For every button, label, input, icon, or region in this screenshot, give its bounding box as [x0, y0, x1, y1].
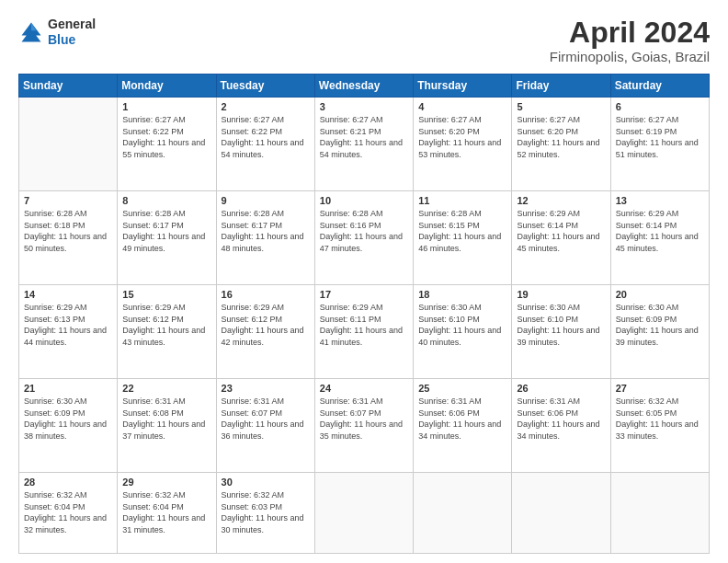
- calendar-cell: 29Sunrise: 6:32 AMSunset: 6:04 PMDayligh…: [118, 472, 216, 553]
- day-number: 15: [122, 289, 210, 300]
- header: General Blue April 2024 Firminopolis, Go…: [18, 17, 710, 64]
- weekday-header: Sunday: [19, 75, 118, 98]
- calendar-cell: 4Sunrise: 6:27 AMSunset: 6:20 PMDaylight…: [414, 98, 512, 191]
- day-number: 9: [222, 195, 310, 206]
- day-info: Sunrise: 6:31 AMSunset: 6:06 PMDaylight:…: [418, 396, 506, 442]
- calendar-cell: 21Sunrise: 6:30 AMSunset: 6:09 PMDayligh…: [19, 379, 118, 473]
- calendar-cell: 14Sunrise: 6:29 AMSunset: 6:13 PMDayligh…: [19, 285, 118, 379]
- day-info: Sunrise: 6:32 AMSunset: 6:04 PMDaylight:…: [24, 489, 112, 535]
- calendar-cell: 30Sunrise: 6:32 AMSunset: 6:03 PMDayligh…: [216, 472, 314, 553]
- calendar-cell: [610, 472, 709, 553]
- day-number: 8: [122, 195, 210, 206]
- day-number: 16: [222, 289, 310, 300]
- calendar-cell: 17Sunrise: 6:29 AMSunset: 6:11 PMDayligh…: [314, 285, 413, 379]
- calendar-cell: 22Sunrise: 6:31 AMSunset: 6:08 PMDayligh…: [118, 379, 216, 473]
- day-number: 24: [320, 383, 408, 394]
- day-info: Sunrise: 6:27 AMSunset: 6:21 PMDaylight:…: [320, 114, 408, 160]
- calendar-cell: 15Sunrise: 6:29 AMSunset: 6:12 PMDayligh…: [118, 285, 216, 379]
- page: General Blue April 2024 Firminopolis, Go…: [0, 0, 728, 563]
- weekday-header: Friday: [512, 75, 610, 98]
- day-info: Sunrise: 6:30 AMSunset: 6:10 PMDaylight:…: [517, 302, 605, 348]
- calendar-cell: 27Sunrise: 6:32 AMSunset: 6:05 PMDayligh…: [610, 379, 709, 473]
- day-number: 12: [517, 195, 605, 206]
- day-info: Sunrise: 6:28 AMSunset: 6:15 PMDaylight:…: [418, 208, 506, 254]
- day-number: 29: [122, 477, 210, 488]
- day-number: 6: [616, 101, 704, 112]
- weekday-header: Wednesday: [314, 75, 413, 98]
- day-number: 23: [222, 383, 310, 394]
- calendar-cell: 6Sunrise: 6:27 AMSunset: 6:19 PMDaylight…: [610, 98, 709, 191]
- day-info: Sunrise: 6:28 AMSunset: 6:16 PMDaylight:…: [320, 208, 408, 254]
- day-number: 14: [24, 289, 112, 300]
- logo-icon: [18, 19, 44, 45]
- day-number: 27: [616, 383, 704, 394]
- calendar-cell: 23Sunrise: 6:31 AMSunset: 6:07 PMDayligh…: [216, 379, 314, 473]
- calendar-cell: 18Sunrise: 6:30 AMSunset: 6:10 PMDayligh…: [414, 285, 512, 379]
- day-info: Sunrise: 6:30 AMSunset: 6:09 PMDaylight:…: [616, 302, 704, 348]
- calendar-cell: 12Sunrise: 6:29 AMSunset: 6:14 PMDayligh…: [512, 191, 610, 285]
- calendar-cell: 25Sunrise: 6:31 AMSunset: 6:06 PMDayligh…: [414, 379, 512, 473]
- day-info: Sunrise: 6:28 AMSunset: 6:17 PMDaylight:…: [122, 208, 210, 254]
- day-info: Sunrise: 6:27 AMSunset: 6:22 PMDaylight:…: [122, 114, 210, 160]
- calendar-cell: [512, 472, 610, 553]
- day-number: 10: [320, 195, 408, 206]
- calendar-cell: 2Sunrise: 6:27 AMSunset: 6:22 PMDaylight…: [216, 98, 314, 191]
- calendar-cell: [414, 472, 512, 553]
- calendar-cell: 24Sunrise: 6:31 AMSunset: 6:07 PMDayligh…: [314, 379, 413, 473]
- title-block: April 2024 Firminopolis, Goias, Brazil: [550, 17, 710, 64]
- calendar-cell: 26Sunrise: 6:31 AMSunset: 6:06 PMDayligh…: [512, 379, 610, 473]
- calendar-cell: 3Sunrise: 6:27 AMSunset: 6:21 PMDaylight…: [314, 98, 413, 191]
- calendar-cell: 5Sunrise: 6:27 AMSunset: 6:20 PMDaylight…: [512, 98, 610, 191]
- day-number: 2: [222, 101, 310, 112]
- day-number: 21: [24, 383, 112, 394]
- day-number: 1: [122, 101, 210, 112]
- calendar-cell: 16Sunrise: 6:29 AMSunset: 6:12 PMDayligh…: [216, 285, 314, 379]
- day-info: Sunrise: 6:31 AMSunset: 6:06 PMDaylight:…: [517, 396, 605, 442]
- weekday-header: Monday: [118, 75, 216, 98]
- day-info: Sunrise: 6:32 AMSunset: 6:03 PMDaylight:…: [222, 489, 310, 535]
- day-info: Sunrise: 6:29 AMSunset: 6:11 PMDaylight:…: [320, 302, 408, 348]
- day-info: Sunrise: 6:31 AMSunset: 6:07 PMDaylight:…: [222, 396, 310, 442]
- calendar-cell: 20Sunrise: 6:30 AMSunset: 6:09 PMDayligh…: [610, 285, 709, 379]
- calendar-cell: 9Sunrise: 6:28 AMSunset: 6:17 PMDaylight…: [216, 191, 314, 285]
- day-info: Sunrise: 6:29 AMSunset: 6:12 PMDaylight:…: [222, 302, 310, 348]
- day-number: 22: [122, 383, 210, 394]
- weekday-header: Tuesday: [216, 75, 314, 98]
- day-number: 25: [418, 383, 506, 394]
- day-number: 26: [517, 383, 605, 394]
- location: Firminopolis, Goias, Brazil: [550, 49, 710, 64]
- calendar-cell: 11Sunrise: 6:28 AMSunset: 6:15 PMDayligh…: [414, 191, 512, 285]
- calendar-cell: 8Sunrise: 6:28 AMSunset: 6:17 PMDaylight…: [118, 191, 216, 285]
- calendar-cell: 7Sunrise: 6:28 AMSunset: 6:18 PMDaylight…: [19, 191, 118, 285]
- calendar-cell: 19Sunrise: 6:30 AMSunset: 6:10 PMDayligh…: [512, 285, 610, 379]
- day-number: 4: [418, 101, 506, 112]
- day-number: 30: [222, 477, 310, 488]
- day-number: 13: [616, 195, 704, 206]
- day-info: Sunrise: 6:27 AMSunset: 6:20 PMDaylight:…: [418, 114, 506, 160]
- day-info: Sunrise: 6:29 AMSunset: 6:13 PMDaylight:…: [24, 302, 112, 348]
- calendar-cell: 1Sunrise: 6:27 AMSunset: 6:22 PMDaylight…: [118, 98, 216, 191]
- calendar-cell: 13Sunrise: 6:29 AMSunset: 6:14 PMDayligh…: [610, 191, 709, 285]
- day-info: Sunrise: 6:32 AMSunset: 6:05 PMDaylight:…: [616, 396, 704, 442]
- day-info: Sunrise: 6:29 AMSunset: 6:14 PMDaylight:…: [517, 208, 605, 254]
- day-info: Sunrise: 6:29 AMSunset: 6:14 PMDaylight:…: [616, 208, 704, 254]
- day-number: 11: [418, 195, 506, 206]
- day-number: 3: [320, 101, 408, 112]
- day-number: 5: [517, 101, 605, 112]
- calendar-cell: [314, 472, 413, 553]
- calendar-cell: 10Sunrise: 6:28 AMSunset: 6:16 PMDayligh…: [314, 191, 413, 285]
- day-info: Sunrise: 6:27 AMSunset: 6:19 PMDaylight:…: [616, 114, 704, 160]
- day-number: 18: [418, 289, 506, 300]
- calendar-table: SundayMondayTuesdayWednesdayThursdayFrid…: [18, 74, 710, 554]
- day-info: Sunrise: 6:29 AMSunset: 6:12 PMDaylight:…: [122, 302, 210, 348]
- logo-text: General Blue: [48, 17, 96, 48]
- day-info: Sunrise: 6:28 AMSunset: 6:18 PMDaylight:…: [24, 208, 112, 254]
- day-info: Sunrise: 6:31 AMSunset: 6:08 PMDaylight:…: [122, 396, 210, 442]
- day-number: 28: [24, 477, 112, 488]
- day-info: Sunrise: 6:28 AMSunset: 6:17 PMDaylight:…: [222, 208, 310, 254]
- day-info: Sunrise: 6:27 AMSunset: 6:20 PMDaylight:…: [517, 114, 605, 160]
- day-info: Sunrise: 6:30 AMSunset: 6:09 PMDaylight:…: [24, 396, 112, 442]
- day-number: 20: [616, 289, 704, 300]
- weekday-header: Thursday: [414, 75, 512, 98]
- day-info: Sunrise: 6:32 AMSunset: 6:04 PMDaylight:…: [122, 489, 210, 535]
